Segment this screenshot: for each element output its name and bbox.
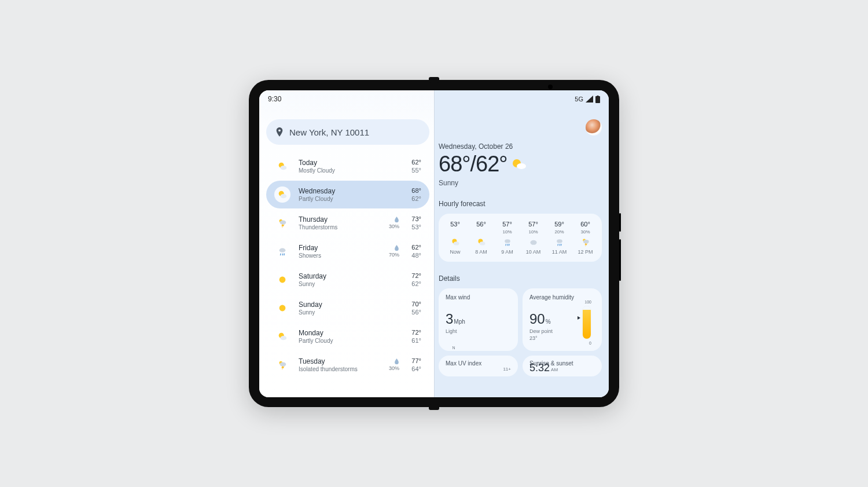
day-precip: 70%	[384, 245, 399, 258]
rain-icon	[274, 243, 290, 259]
day-condition: Partly Cloudy	[299, 338, 384, 344]
storm-icon	[580, 237, 591, 247]
wind-description: Light	[446, 328, 511, 334]
day-name: Thursday	[299, 215, 384, 224]
current-weather-hero: Wednesday, October 26 68°/62° Sunny	[439, 142, 602, 187]
detail-panel: 5G Wednesday, October 26 68°/62° Sunny H…	[434, 90, 609, 397]
hourly-section-title: Hourly forecast	[439, 200, 602, 208]
hour-column[interactable]: 56° 8 AM	[469, 221, 494, 255]
location-text: New York, NY 10011	[289, 127, 369, 137]
day-low: 48°	[411, 252, 421, 259]
humidity-unit: %	[546, 318, 551, 325]
svg-marker-37	[584, 243, 587, 247]
status-bar-right: 5G	[439, 90, 602, 108]
hour-label: 9 AM	[501, 249, 513, 255]
day-low: 53°	[411, 224, 421, 230]
hour-temp: 56°	[476, 221, 486, 228]
day-condition: Sunny	[299, 281, 384, 287]
wind-unit: Mph	[454, 318, 465, 325]
day-low: 62°	[411, 195, 421, 202]
day-condition: Thunderstorms	[299, 224, 384, 230]
hour-precip: 10%	[528, 229, 538, 235]
day-row[interactable]: Saturday Sunny 72° 62°	[266, 266, 429, 294]
hour-column[interactable]: 57° 10% 10 AM	[521, 221, 546, 255]
hourly-forecast-card[interactable]: 53° Now 56° 8 AM 57° 10% 9 AM 57° 10% 10…	[439, 214, 602, 262]
detail-title: Max wind	[446, 294, 511, 301]
svg-rect-19	[597, 96, 599, 97]
svg-point-21	[517, 163, 526, 169]
hero-condition: Sunny	[439, 179, 602, 187]
hour-temp: 57°	[502, 221, 512, 228]
svg-line-27	[505, 244, 506, 246]
day-condition: Mostly Cloudy	[299, 167, 384, 174]
hour-column[interactable]: 60° 30% 12 PM	[573, 221, 598, 255]
daily-forecast-list[interactable]: Today Mostly Cloudy 62° 55° Wednesday Pa…	[266, 152, 429, 397]
status-bar-left: 9:30	[266, 90, 429, 108]
cloud-icon	[528, 237, 539, 247]
storm-icon	[274, 357, 290, 373]
signal-icon	[586, 96, 593, 102]
location-pin-icon	[275, 127, 284, 137]
svg-point-16	[280, 362, 286, 367]
day-row[interactable]: Friday Showers 70% 62° 48°	[266, 237, 429, 265]
svg-line-8	[280, 254, 281, 256]
humidity-value: 90	[529, 311, 545, 327]
day-name: Tuesday	[299, 357, 384, 365]
max-wind-card[interactable]: Max wind 3 Mph Light N	[439, 288, 518, 351]
wind-rose-icon: N	[440, 350, 468, 351]
svg-marker-6	[281, 224, 284, 228]
svg-line-10	[284, 254, 285, 256]
details-section-title: Details	[439, 274, 602, 283]
svg-line-28	[507, 244, 508, 246]
location-search[interactable]: New York, NY 10011	[266, 119, 429, 145]
storm-icon	[274, 215, 290, 231]
day-row[interactable]: Monday Partly Cloudy 72° 61°	[266, 323, 429, 350]
hour-temp: 53°	[450, 221, 460, 228]
hour-temp: 60°	[580, 221, 590, 228]
partly-icon	[450, 237, 461, 247]
uv-value: 11+	[503, 367, 511, 372]
partly-icon	[274, 158, 290, 174]
svg-point-23	[453, 241, 459, 245]
svg-line-33	[560, 244, 560, 246]
hour-label: 8 AM	[475, 249, 487, 255]
uv-index-card[interactable]: Max UV index 11+	[439, 356, 518, 376]
rain-icon	[554, 237, 565, 247]
day-name: Today	[299, 159, 384, 167]
day-row[interactable]: Sunday Sunny 70° 56°	[266, 294, 429, 322]
status-time: 9:30	[268, 95, 281, 103]
sunrise-ampm: AM	[551, 367, 558, 372]
svg-line-32	[557, 244, 558, 246]
day-low: 62°	[411, 280, 421, 287]
network-label: 5G	[575, 96, 583, 102]
hour-column[interactable]: 57° 10% 9 AM	[495, 221, 520, 255]
hour-label: 12 PM	[578, 249, 593, 255]
day-row[interactable]: Wednesday Partly Cloudy 68° 62°	[266, 181, 429, 208]
day-name: Saturday	[299, 272, 384, 280]
day-row[interactable]: Today Mostly Cloudy 62° 55°	[266, 152, 429, 180]
day-row[interactable]: Tuesday Isolated thunderstorms 30% 77° 6…	[266, 351, 429, 379]
day-high: 77°	[411, 357, 421, 364]
day-row[interactable]: Thursday Thunderstorms 30% 73° 53°	[266, 209, 429, 237]
partly-icon	[476, 237, 487, 247]
profile-avatar[interactable]	[586, 119, 602, 136]
humidity-card[interactable]: Average humidity 90 % Dew point 23° 100 …	[523, 288, 602, 351]
hero-high-temp: 68°	[439, 152, 470, 177]
svg-rect-18	[595, 96, 600, 103]
hour-temp: 57°	[528, 221, 538, 228]
battery-icon	[595, 96, 600, 103]
hour-column[interactable]: 53° Now	[443, 221, 468, 255]
day-high: 62°	[411, 244, 421, 251]
day-high: 72°	[411, 272, 421, 279]
hour-column[interactable]: 59° 20% 11 AM	[547, 221, 572, 255]
sun-icon	[274, 300, 290, 316]
sunrise-sunset-card[interactable]: Sunrise & sunset 5:32 AM	[523, 356, 602, 376]
day-high: 73°	[411, 215, 421, 222]
day-condition: Showers	[299, 252, 384, 259]
day-high: 68°	[411, 187, 421, 194]
foldable-device-frame: 9:30 New York, NY 10011 Today Mostly Clo…	[249, 80, 619, 407]
svg-point-11	[279, 277, 286, 283]
hour-precip: 10%	[502, 229, 512, 235]
wind-value: 3	[446, 311, 453, 327]
day-low: 64°	[411, 365, 421, 372]
